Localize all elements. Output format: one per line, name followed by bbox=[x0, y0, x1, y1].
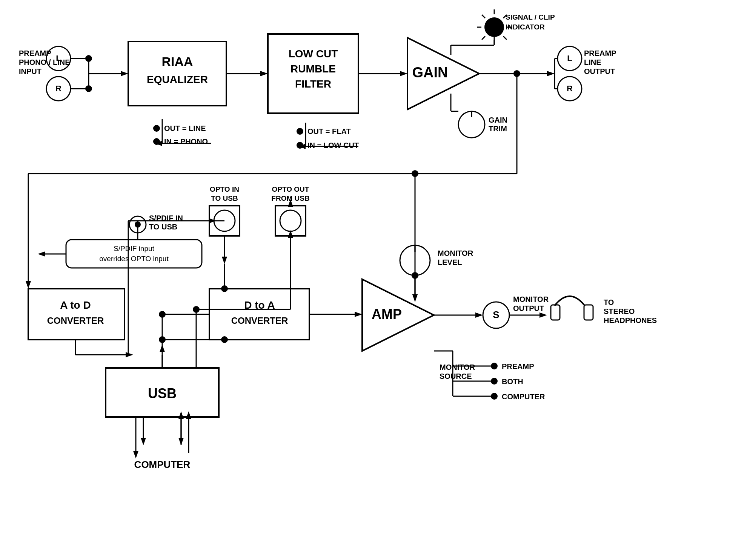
usb-label: USB bbox=[148, 386, 177, 401]
monitor-level-label-1: MONITOR bbox=[438, 249, 473, 257]
in-low-cut-label: IN = LOW CUT bbox=[307, 141, 359, 149]
svg-point-114 bbox=[221, 336, 228, 343]
svg-point-119 bbox=[412, 272, 418, 279]
computer-source-label: COMPUTER bbox=[502, 392, 545, 401]
svg-point-46 bbox=[297, 128, 303, 135]
low-cut-label: LOW CUT bbox=[289, 48, 338, 60]
preamp-line-output-label: PREAMP bbox=[584, 49, 616, 57]
opto-in-label-1: OPTO IN bbox=[210, 185, 239, 193]
svg-point-118 bbox=[159, 311, 166, 318]
to-stereo-headphones-3: HEADPHONES bbox=[604, 316, 657, 325]
equalizer-label: EQUALIZER bbox=[147, 74, 208, 85]
signal-flow-diagram: L R PREAMP PHONO / LINE INPUT RIAA EQUAL… bbox=[0, 0, 747, 560]
to-stereo-headphones-2: STEREO bbox=[604, 307, 635, 315]
svg-point-92 bbox=[412, 170, 418, 177]
rumble-label: RUMBLE bbox=[290, 63, 336, 75]
output-r-label: R bbox=[567, 84, 573, 93]
output-l-label: L bbox=[567, 54, 572, 63]
gain-trim-label-2: TRIM bbox=[489, 125, 507, 133]
preamp-phono-input-label: PREAMP bbox=[19, 49, 51, 57]
signal-clip-indicator bbox=[484, 17, 504, 37]
adc-label-1: A to D bbox=[60, 299, 91, 311]
preamp-phono-line-label: PHONO / LINE bbox=[19, 58, 70, 66]
monitor-output-label-2: OUTPUT bbox=[513, 304, 544, 312]
input-r-label: R bbox=[55, 84, 61, 93]
svg-point-41 bbox=[153, 125, 160, 132]
signal-clip-label-1: SIGNAL / CLIP bbox=[506, 13, 555, 21]
filter-label: FILTER bbox=[295, 78, 331, 90]
monitor-source-label-1: MONITOR bbox=[440, 363, 475, 371]
gain-label: GAIN bbox=[412, 65, 448, 80]
svg-point-42 bbox=[153, 138, 160, 145]
svg-point-70 bbox=[221, 285, 228, 292]
monitor-source-label-2: SOURCE bbox=[440, 372, 472, 380]
spdif-label-2: TO USB bbox=[149, 223, 177, 231]
svg-point-47 bbox=[297, 142, 303, 149]
monitor-output-label-1: MONITOR bbox=[513, 295, 549, 303]
riaa-label: RIAA bbox=[161, 54, 193, 69]
opto-out-label-1: OPTO OUT bbox=[272, 185, 309, 193]
svg-rect-0 bbox=[0, 0, 747, 560]
computer-label: COMPUTER bbox=[134, 459, 191, 470]
opto-in-label-2: TO USB bbox=[211, 194, 238, 202]
spdif-override-label-1: S/PDIF input bbox=[114, 245, 154, 252]
adc-label-2: CONVERTER bbox=[47, 315, 104, 326]
spdif-override-label-2: overrides OPTO input bbox=[99, 255, 169, 263]
monitor-level-label-2: LEVEL bbox=[438, 258, 462, 266]
svg-point-87 bbox=[193, 306, 200, 313]
in-phono-label: IN = PHONO bbox=[164, 137, 208, 146]
monitor-output-s-label: S bbox=[493, 309, 499, 320]
to-stereo-headphones-1: TO bbox=[604, 298, 614, 306]
dac-label-2: CONVERTER bbox=[231, 315, 288, 326]
amp-label: AMP bbox=[372, 306, 402, 322]
gain-trim-label-1: GAIN bbox=[489, 116, 507, 124]
both-source-label: BOTH bbox=[502, 377, 523, 386]
signal-clip-label-2: INDICATOR bbox=[506, 23, 545, 31]
preamp-source-label: PREAMP bbox=[502, 362, 534, 371]
preamp-input-label: INPUT bbox=[19, 67, 42, 75]
line-output-label: LINE bbox=[584, 58, 601, 66]
output-label: OUTPUT bbox=[584, 67, 615, 75]
out-flat-label: OUT = FLAT bbox=[307, 127, 351, 135]
out-line-label: OUT = LINE bbox=[164, 124, 206, 132]
